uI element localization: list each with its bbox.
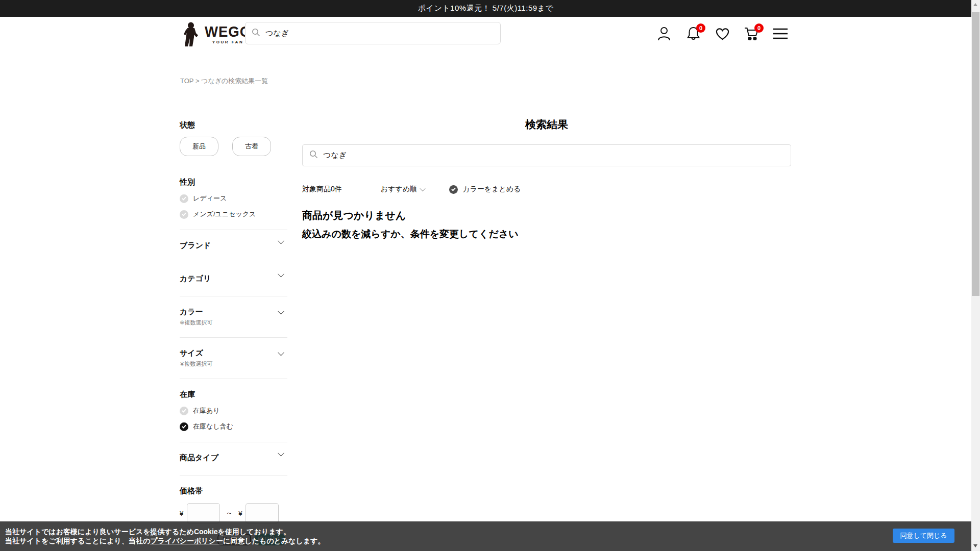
sort-dropdown[interactable]: おすすめ順 [381,185,425,194]
chevron-down-icon [278,449,284,456]
checkbox-unchecked-icon [180,407,188,415]
filter-product-type-title: 商品タイプ [180,453,218,462]
user-icon [657,26,671,43]
filter-section-color[interactable]: カラー ※複数選択可 [180,296,287,327]
filter-section-size[interactable]: サイズ ※複数選択可 [180,338,287,368]
checkbox-unchecked-icon [180,194,188,203]
menu-button[interactable] [772,26,789,43]
gender-option-ladies[interactable]: レディース [180,194,287,203]
yen-symbol: ¥ [238,510,242,517]
page-title: 検索結果 [302,117,791,132]
cookie-line1: 当社サイトではお客様により良いサービスを提供するためCookieを使用しておりま… [5,527,325,536]
filter-gender-title: 性別 [180,178,287,187]
price-min-input[interactable] [187,503,220,523]
result-count: 対象商品0件 [302,185,342,194]
filter-section-brand[interactable]: ブランド [180,230,287,252]
breadcrumb-separator: > [195,77,200,85]
cookie-text: 当社サイトではお客様により良いサービスを提供するためCookieを使用しておりま… [5,527,325,545]
vertical-scrollbar[interactable] [971,0,980,551]
condition-options: 新品 古着 [180,137,287,156]
search-results-main: 検索結果 対象商品0件 おすすめ順 カラーをまとめる 商 [302,117,791,241]
filter-color-title: カラー [180,307,203,316]
results-search-input[interactable] [323,151,784,160]
results-controls: 対象商品0件 おすすめ順 カラーをまとめる [302,185,791,194]
cart-badge: 0 [754,23,764,33]
chevron-down-icon [278,270,284,277]
breadcrumb-current: つなぎの検索結果一覧 [201,77,268,85]
cookie-banner: 当社サイトではお客様により良いサービスを提供するためCookieを使用しておりま… [0,521,971,551]
privacy-policy-link[interactable]: プライバシーポリシー [150,537,223,545]
scroll-up-arrow-icon[interactable] [973,3,977,6]
filter-price-title: 価格帯 [180,486,287,496]
price-range-separator: ～ [226,509,233,518]
notification-badge: 0 [696,23,705,33]
filter-color-note: ※複数選択可 [180,319,287,327]
heart-icon [715,27,730,43]
filter-brand-title: ブランド [180,241,211,249]
chevron-down-icon [420,186,425,191]
group-colors-label: カラーをまとめる [462,185,521,194]
wego-mascot-icon [182,22,200,49]
breadcrumb: TOP > つなぎの検索結果一覧 [180,77,268,86]
group-colors-toggle[interactable]: カラーをまとめる [449,185,521,194]
gender-option-label: メンズ/ユニセックス [193,210,256,219]
gender-option-label: レディース [193,194,227,203]
yen-symbol: ¥ [180,510,183,517]
divider [180,379,287,379]
cookie-agree-button[interactable]: 同意して閉じる [893,529,954,543]
sort-label: おすすめ順 [381,185,417,194]
checkbox-unchecked-icon [180,210,188,219]
favorites-button[interactable] [714,26,731,43]
filter-size-note: ※複数選択可 [180,360,287,368]
hamburger-icon [773,28,788,41]
chevron-down-icon [278,237,284,244]
empty-title: 商品が見つかりません [302,209,791,222]
checkbox-checked-icon [449,185,458,194]
stock-option-instock[interactable]: 在庫あり [180,406,287,415]
account-button[interactable] [655,26,673,43]
stock-option-include-oos[interactable]: 在庫なし含む [180,422,287,431]
empty-subtitle: 絞込みの数を減らすか、条件を変更してください [302,228,791,241]
cookie-line2-before: 当社サイトをご利用することにより、当社の [5,537,150,545]
promo-banner: ポイント10%還元！ 5/7(火)11:59まで [0,0,971,17]
breadcrumb-home-link[interactable]: TOP [180,77,193,85]
logo-title: WEGO [205,25,251,38]
empty-results-message: 商品が見つかりません 絞込みの数を減らすか、条件を変更してください [302,209,791,241]
checkbox-checked-icon [180,422,188,431]
header-search-input[interactable] [265,29,494,38]
filter-section-product-type[interactable]: 商品タイプ [180,442,287,464]
search-icon [309,150,318,161]
divider [180,475,287,475]
filter-category-title: カテゴリ [180,274,211,283]
wego-logo[interactable]: WEGO YOUR FAN [182,22,253,49]
stock-option-label: 在庫なし含む [193,422,233,431]
gender-option-mens[interactable]: メンズ/ユニセックス [180,210,287,219]
page: ポイント10%還元！ 5/7(火)11:59まで WEGO YOUR FAN [0,0,980,551]
cookie-line2-after: に同意したものとみなします。 [223,537,325,545]
filter-sidebar: 状態 新品 古着 性別 レディース メンズ/ユニセックス ブランド カテゴリ [180,120,287,545]
stock-option-label: 在庫あり [193,406,220,415]
filter-section-category[interactable]: カテゴリ [180,263,287,285]
filter-stock-title: 在庫 [180,390,287,399]
price-range: ¥ ～ ¥ [180,503,287,523]
cookie-line2: 当社サイトをご利用することにより、当社のプライバシーポリシーに同意したものとみな… [5,536,325,545]
scrollbar-thumb[interactable] [972,12,979,296]
condition-new-button[interactable]: 新品 [180,137,218,156]
header: WEGO YOUR FAN [0,17,971,53]
header-icons: 0 0 [655,17,789,53]
scroll-down-arrow-icon[interactable] [973,544,977,547]
search-icon [252,28,260,39]
promo-banner-text: ポイント10%還元！ 5/7(火)11:59まで [418,4,554,13]
results-search [302,144,791,166]
chevron-down-icon [278,308,284,314]
chevron-down-icon [278,349,284,356]
cart-button[interactable]: 0 [743,26,760,43]
header-search [245,22,501,44]
notifications-button[interactable]: 0 [684,26,702,43]
filter-size-title: サイズ [180,348,203,357]
logo-subtitle: YOUR FAN [212,40,243,44]
condition-used-button[interactable]: 古着 [232,137,271,156]
filter-condition-title: 状態 [180,120,287,130]
price-max-input[interactable] [246,503,279,523]
